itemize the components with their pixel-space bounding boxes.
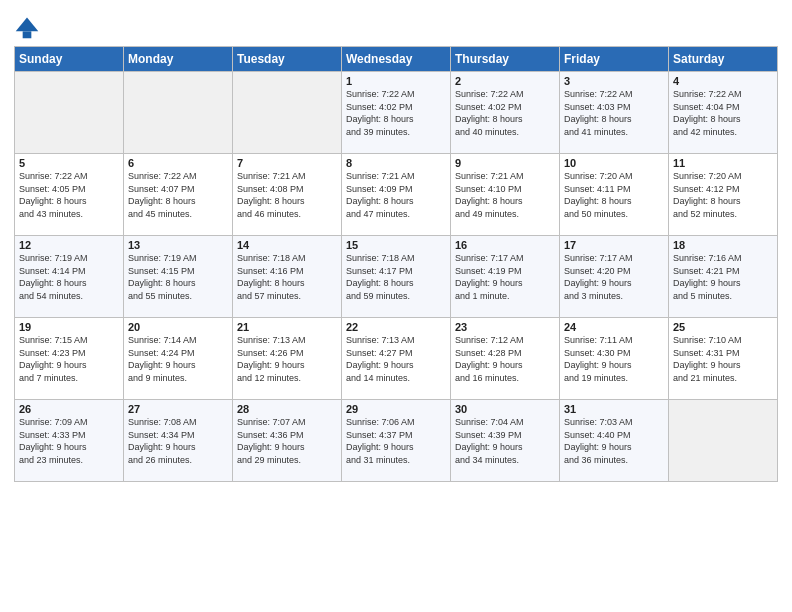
day-info: Sunrise: 7:13 AM Sunset: 4:26 PM Dayligh… bbox=[237, 334, 337, 384]
calendar-cell: 6Sunrise: 7:22 AM Sunset: 4:07 PM Daylig… bbox=[124, 154, 233, 236]
day-info: Sunrise: 7:12 AM Sunset: 4:28 PM Dayligh… bbox=[455, 334, 555, 384]
day-number: 26 bbox=[19, 403, 119, 415]
header bbox=[14, 10, 778, 40]
day-info: Sunrise: 7:21 AM Sunset: 4:08 PM Dayligh… bbox=[237, 170, 337, 220]
day-info: Sunrise: 7:09 AM Sunset: 4:33 PM Dayligh… bbox=[19, 416, 119, 466]
day-number: 21 bbox=[237, 321, 337, 333]
weekday-header-row: SundayMondayTuesdayWednesdayThursdayFrid… bbox=[15, 47, 778, 72]
day-number: 11 bbox=[673, 157, 773, 169]
svg-marker-0 bbox=[16, 17, 39, 31]
day-number: 18 bbox=[673, 239, 773, 251]
calendar-cell: 1Sunrise: 7:22 AM Sunset: 4:02 PM Daylig… bbox=[342, 72, 451, 154]
day-number: 2 bbox=[455, 75, 555, 87]
weekday-header-wednesday: Wednesday bbox=[342, 47, 451, 72]
day-info: Sunrise: 7:21 AM Sunset: 4:10 PM Dayligh… bbox=[455, 170, 555, 220]
day-number: 3 bbox=[564, 75, 664, 87]
calendar-cell: 9Sunrise: 7:21 AM Sunset: 4:10 PM Daylig… bbox=[451, 154, 560, 236]
day-info: Sunrise: 7:13 AM Sunset: 4:27 PM Dayligh… bbox=[346, 334, 446, 384]
day-number: 12 bbox=[19, 239, 119, 251]
week-row-2: 5Sunrise: 7:22 AM Sunset: 4:05 PM Daylig… bbox=[15, 154, 778, 236]
calendar-cell: 11Sunrise: 7:20 AM Sunset: 4:12 PM Dayli… bbox=[669, 154, 778, 236]
weekday-header-thursday: Thursday bbox=[451, 47, 560, 72]
calendar-cell bbox=[669, 400, 778, 482]
day-number: 8 bbox=[346, 157, 446, 169]
day-info: Sunrise: 7:18 AM Sunset: 4:17 PM Dayligh… bbox=[346, 252, 446, 302]
day-number: 30 bbox=[455, 403, 555, 415]
logo-icon bbox=[14, 14, 40, 40]
weekday-header-saturday: Saturday bbox=[669, 47, 778, 72]
calendar-cell bbox=[233, 72, 342, 154]
day-number: 29 bbox=[346, 403, 446, 415]
day-info: Sunrise: 7:22 AM Sunset: 4:05 PM Dayligh… bbox=[19, 170, 119, 220]
day-number: 17 bbox=[564, 239, 664, 251]
calendar-cell: 26Sunrise: 7:09 AM Sunset: 4:33 PM Dayli… bbox=[15, 400, 124, 482]
calendar-cell: 30Sunrise: 7:04 AM Sunset: 4:39 PM Dayli… bbox=[451, 400, 560, 482]
day-number: 20 bbox=[128, 321, 228, 333]
day-number: 27 bbox=[128, 403, 228, 415]
day-info: Sunrise: 7:18 AM Sunset: 4:16 PM Dayligh… bbox=[237, 252, 337, 302]
calendar-cell: 16Sunrise: 7:17 AM Sunset: 4:19 PM Dayli… bbox=[451, 236, 560, 318]
calendar-cell: 29Sunrise: 7:06 AM Sunset: 4:37 PM Dayli… bbox=[342, 400, 451, 482]
day-number: 9 bbox=[455, 157, 555, 169]
calendar-cell: 19Sunrise: 7:15 AM Sunset: 4:23 PM Dayli… bbox=[15, 318, 124, 400]
day-info: Sunrise: 7:19 AM Sunset: 4:15 PM Dayligh… bbox=[128, 252, 228, 302]
day-number: 16 bbox=[455, 239, 555, 251]
calendar-cell: 5Sunrise: 7:22 AM Sunset: 4:05 PM Daylig… bbox=[15, 154, 124, 236]
day-info: Sunrise: 7:04 AM Sunset: 4:39 PM Dayligh… bbox=[455, 416, 555, 466]
calendar-cell: 24Sunrise: 7:11 AM Sunset: 4:30 PM Dayli… bbox=[560, 318, 669, 400]
calendar-cell: 4Sunrise: 7:22 AM Sunset: 4:04 PM Daylig… bbox=[669, 72, 778, 154]
day-info: Sunrise: 7:07 AM Sunset: 4:36 PM Dayligh… bbox=[237, 416, 337, 466]
calendar-cell bbox=[15, 72, 124, 154]
calendar-cell: 31Sunrise: 7:03 AM Sunset: 4:40 PM Dayli… bbox=[560, 400, 669, 482]
day-number: 7 bbox=[237, 157, 337, 169]
calendar-cell: 3Sunrise: 7:22 AM Sunset: 4:03 PM Daylig… bbox=[560, 72, 669, 154]
calendar-cell: 8Sunrise: 7:21 AM Sunset: 4:09 PM Daylig… bbox=[342, 154, 451, 236]
day-info: Sunrise: 7:22 AM Sunset: 4:02 PM Dayligh… bbox=[455, 88, 555, 138]
day-info: Sunrise: 7:15 AM Sunset: 4:23 PM Dayligh… bbox=[19, 334, 119, 384]
calendar-cell: 2Sunrise: 7:22 AM Sunset: 4:02 PM Daylig… bbox=[451, 72, 560, 154]
day-info: Sunrise: 7:14 AM Sunset: 4:24 PM Dayligh… bbox=[128, 334, 228, 384]
day-number: 15 bbox=[346, 239, 446, 251]
day-number: 13 bbox=[128, 239, 228, 251]
calendar-cell: 28Sunrise: 7:07 AM Sunset: 4:36 PM Dayli… bbox=[233, 400, 342, 482]
day-number: 25 bbox=[673, 321, 773, 333]
day-info: Sunrise: 7:10 AM Sunset: 4:31 PM Dayligh… bbox=[673, 334, 773, 384]
day-info: Sunrise: 7:22 AM Sunset: 4:03 PM Dayligh… bbox=[564, 88, 664, 138]
weekday-header-tuesday: Tuesday bbox=[233, 47, 342, 72]
weekday-header-friday: Friday bbox=[560, 47, 669, 72]
calendar-cell: 14Sunrise: 7:18 AM Sunset: 4:16 PM Dayli… bbox=[233, 236, 342, 318]
day-number: 31 bbox=[564, 403, 664, 415]
calendar-cell: 13Sunrise: 7:19 AM Sunset: 4:15 PM Dayli… bbox=[124, 236, 233, 318]
day-info: Sunrise: 7:21 AM Sunset: 4:09 PM Dayligh… bbox=[346, 170, 446, 220]
svg-marker-1 bbox=[23, 31, 32, 38]
day-info: Sunrise: 7:17 AM Sunset: 4:20 PM Dayligh… bbox=[564, 252, 664, 302]
day-number: 5 bbox=[19, 157, 119, 169]
calendar-cell: 22Sunrise: 7:13 AM Sunset: 4:27 PM Dayli… bbox=[342, 318, 451, 400]
day-info: Sunrise: 7:03 AM Sunset: 4:40 PM Dayligh… bbox=[564, 416, 664, 466]
weekday-header-monday: Monday bbox=[124, 47, 233, 72]
day-info: Sunrise: 7:22 AM Sunset: 4:07 PM Dayligh… bbox=[128, 170, 228, 220]
calendar-cell: 27Sunrise: 7:08 AM Sunset: 4:34 PM Dayli… bbox=[124, 400, 233, 482]
page: SundayMondayTuesdayWednesdayThursdayFrid… bbox=[0, 0, 792, 612]
day-info: Sunrise: 7:20 AM Sunset: 4:12 PM Dayligh… bbox=[673, 170, 773, 220]
day-number: 24 bbox=[564, 321, 664, 333]
logo bbox=[14, 14, 44, 40]
day-number: 22 bbox=[346, 321, 446, 333]
day-info: Sunrise: 7:17 AM Sunset: 4:19 PM Dayligh… bbox=[455, 252, 555, 302]
calendar-cell: 10Sunrise: 7:20 AM Sunset: 4:11 PM Dayli… bbox=[560, 154, 669, 236]
day-info: Sunrise: 7:06 AM Sunset: 4:37 PM Dayligh… bbox=[346, 416, 446, 466]
calendar-cell: 18Sunrise: 7:16 AM Sunset: 4:21 PM Dayli… bbox=[669, 236, 778, 318]
calendar-cell: 7Sunrise: 7:21 AM Sunset: 4:08 PM Daylig… bbox=[233, 154, 342, 236]
day-number: 23 bbox=[455, 321, 555, 333]
week-row-3: 12Sunrise: 7:19 AM Sunset: 4:14 PM Dayli… bbox=[15, 236, 778, 318]
day-info: Sunrise: 7:11 AM Sunset: 4:30 PM Dayligh… bbox=[564, 334, 664, 384]
week-row-4: 19Sunrise: 7:15 AM Sunset: 4:23 PM Dayli… bbox=[15, 318, 778, 400]
day-number: 6 bbox=[128, 157, 228, 169]
day-info: Sunrise: 7:22 AM Sunset: 4:04 PM Dayligh… bbox=[673, 88, 773, 138]
day-number: 28 bbox=[237, 403, 337, 415]
day-info: Sunrise: 7:08 AM Sunset: 4:34 PM Dayligh… bbox=[128, 416, 228, 466]
calendar-cell: 20Sunrise: 7:14 AM Sunset: 4:24 PM Dayli… bbox=[124, 318, 233, 400]
day-number: 1 bbox=[346, 75, 446, 87]
calendar-cell bbox=[124, 72, 233, 154]
calendar-cell: 23Sunrise: 7:12 AM Sunset: 4:28 PM Dayli… bbox=[451, 318, 560, 400]
